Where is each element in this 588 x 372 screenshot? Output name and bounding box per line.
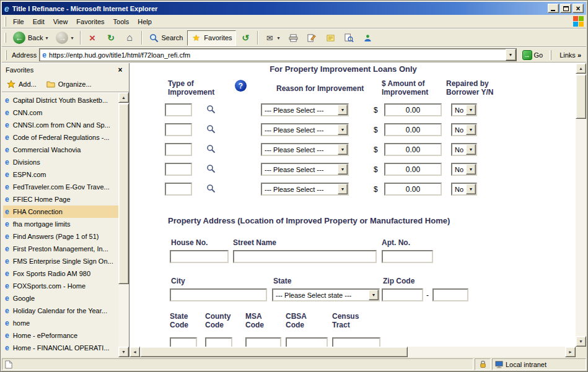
- menu-edit[interactable]: Edit: [29, 16, 49, 27]
- reason-select[interactable]: --- Please Select ---▼: [261, 123, 349, 136]
- reason-select[interactable]: --- Please Select ---▼: [261, 103, 349, 116]
- horizontal-scroll-thumb[interactable]: [140, 347, 408, 357]
- favorites-scroll-track[interactable]: [118, 103, 129, 347]
- favorite-item[interactable]: eCNNSI.com from CNN and Sp...: [3, 119, 118, 131]
- favorite-item[interactable]: eFedTraveler.com E-Gov Trave...: [3, 181, 118, 193]
- forward-button[interactable]: → ▾: [52, 30, 77, 46]
- maximize-button[interactable]: [560, 4, 571, 13]
- favorites-button[interactable]: ★ Favorites: [187, 30, 235, 46]
- favorite-item[interactable]: eFox Sports Radio AM 980: [3, 267, 118, 280]
- type-lookup-icon[interactable]: [206, 124, 216, 134]
- address-input[interactable]: [49, 49, 505, 61]
- menu-help[interactable]: Help: [133, 16, 156, 27]
- print-button[interactable]: [284, 30, 302, 46]
- favorites-scroll-thumb[interactable]: [118, 103, 129, 284]
- messenger-button[interactable]: [359, 30, 377, 46]
- scroll-down-icon[interactable]: ▼: [576, 336, 586, 347]
- menu-favorites[interactable]: Favorites: [72, 16, 108, 27]
- favorites-close-button[interactable]: ×: [115, 66, 125, 75]
- menu-tools[interactable]: Tools: [109, 16, 134, 27]
- toolbar-grip[interactable]: [4, 33, 6, 43]
- favorite-item[interactable]: eFMS Enterprise Single Sign On...: [3, 255, 118, 267]
- vertical-scroll-thumb[interactable]: [576, 74, 586, 119]
- favorites-scrollbar[interactable]: ▲ ▼: [118, 92, 129, 357]
- vertical-scrollbar[interactable]: ▲ ▼: [576, 63, 586, 347]
- toolbar-grip[interactable]: [550, 50, 551, 60]
- discuss-button[interactable]: [322, 30, 340, 46]
- street-name-input[interactable]: [233, 250, 377, 263]
- toolbar-grip[interactable]: [5, 50, 7, 60]
- amount-input[interactable]: [384, 143, 442, 156]
- repaired-select[interactable]: No▼: [451, 163, 477, 176]
- repaired-select[interactable]: No▼: [451, 123, 477, 136]
- toolbar-grip[interactable]: [4, 17, 6, 27]
- favorite-item[interactable]: eDivisions: [3, 156, 118, 168]
- favorite-item[interactable]: ehome: [3, 317, 118, 329]
- reason-select[interactable]: --- Please Select ---▼: [261, 163, 349, 176]
- favorite-item-selected[interactable]: eFHA Connection: [3, 205, 118, 218]
- reason-select[interactable]: --- Please Select ---▼: [261, 183, 349, 196]
- favorite-item[interactable]: eGoogle: [3, 292, 118, 305]
- links-button[interactable]: Links »: [556, 51, 584, 59]
- minimize-button[interactable]: [548, 4, 559, 13]
- cbsa-code-input[interactable]: [286, 337, 328, 347]
- favorite-item[interactable]: eFind Answers (Page 1 of 51): [3, 230, 118, 243]
- repaired-select[interactable]: No▼: [451, 143, 477, 156]
- scroll-up-icon[interactable]: ▲: [118, 92, 129, 103]
- amount-input[interactable]: [384, 123, 442, 136]
- county-code-input[interactable]: [205, 337, 232, 347]
- census-tract-input[interactable]: [332, 337, 380, 347]
- type-of-improvement-input[interactable]: [165, 163, 192, 176]
- research-button[interactable]: [340, 30, 358, 46]
- msa-code-input[interactable]: [245, 337, 281, 347]
- favorite-item[interactable]: eCNN.com: [3, 106, 118, 119]
- state-code-input[interactable]: [170, 337, 197, 347]
- favorite-item[interactable]: eHoliday Calendar for the Year...: [3, 305, 118, 317]
- scroll-up-icon[interactable]: ▲: [576, 63, 586, 74]
- favorite-item[interactable]: eFOXSports.com - Home: [3, 280, 118, 292]
- favorite-item[interactable]: efha mortgage limits: [3, 218, 118, 230]
- repaired-select[interactable]: No▼: [451, 103, 477, 116]
- house-no-input[interactable]: [170, 250, 229, 263]
- help-icon[interactable]: ?: [235, 80, 247, 92]
- back-button[interactable]: ← Back ▾: [9, 30, 51, 46]
- type-of-improvement-input[interactable]: [165, 123, 192, 136]
- mail-button[interactable]: ✉ ▾: [261, 30, 284, 46]
- horizontal-scrollbar[interactable]: ◄ ►: [129, 347, 576, 357]
- type-of-improvement-input[interactable]: [165, 143, 192, 156]
- favorite-item[interactable]: eCode of Federal Regulations -...: [3, 131, 118, 144]
- city-input[interactable]: [170, 288, 267, 301]
- type-lookup-icon[interactable]: [206, 184, 216, 194]
- menu-file[interactable]: File: [9, 16, 29, 27]
- type-lookup-icon[interactable]: [206, 164, 216, 174]
- refresh-button[interactable]: ↻: [102, 30, 120, 46]
- favorite-item[interactable]: eHome - ePeformance: [3, 329, 118, 342]
- zip-code-input[interactable]: [382, 288, 423, 301]
- type-lookup-icon[interactable]: [206, 144, 216, 154]
- go-button[interactable]: → Go: [519, 48, 546, 61]
- scroll-left-icon[interactable]: ◄: [129, 347, 140, 357]
- vertical-scroll-track[interactable]: [576, 74, 586, 336]
- amount-input[interactable]: [384, 163, 442, 176]
- stop-button[interactable]: ×: [84, 30, 102, 46]
- scroll-right-icon[interactable]: ►: [565, 347, 576, 357]
- add-favorite-button[interactable]: Add...: [7, 80, 37, 89]
- favorite-item[interactable]: eCapital District Youth Basketb...: [3, 94, 118, 106]
- edit-button[interactable]: [303, 30, 321, 46]
- amount-input[interactable]: [384, 103, 442, 116]
- favorite-item[interactable]: eESPN.com: [3, 168, 118, 181]
- scroll-down-icon[interactable]: ▼: [118, 347, 129, 357]
- amount-input[interactable]: [384, 183, 442, 196]
- address-dropdown-button[interactable]: ▼: [506, 49, 516, 61]
- home-button[interactable]: ⌂: [121, 30, 139, 46]
- menu-view[interactable]: View: [49, 16, 72, 27]
- reason-select[interactable]: --- Please Select ---▼: [261, 143, 349, 156]
- favorite-item[interactable]: eFirst Preston Management, In...: [3, 243, 118, 255]
- history-button[interactable]: ↺: [237, 30, 255, 46]
- apt-no-input[interactable]: [382, 250, 433, 263]
- type-lookup-icon[interactable]: [206, 105, 216, 115]
- horizontal-scroll-track[interactable]: [140, 347, 565, 357]
- organize-favorites-button[interactable]: Organize...: [46, 80, 92, 88]
- close-button[interactable]: ×: [573, 4, 584, 13]
- zip-plus4-input[interactable]: [432, 288, 468, 301]
